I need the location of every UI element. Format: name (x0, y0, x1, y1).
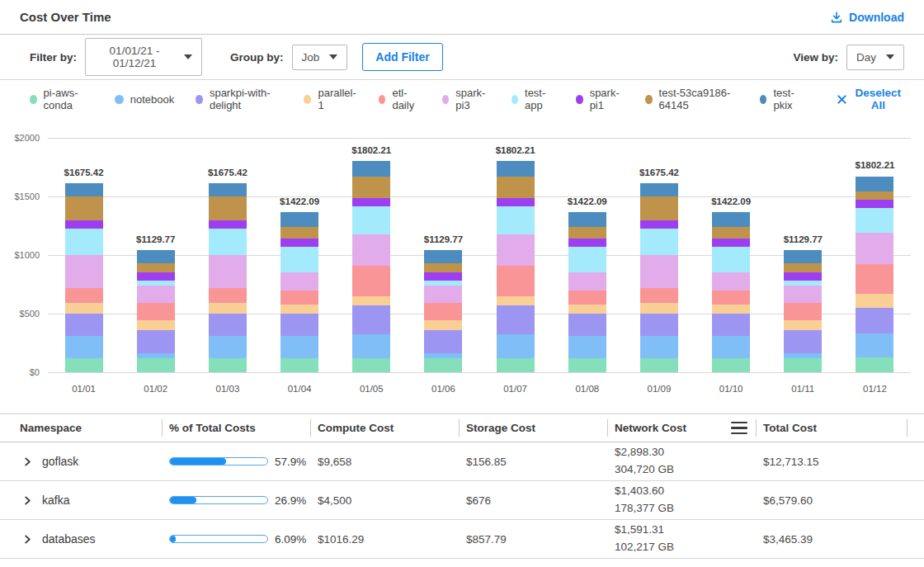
bar-segment-spark-pi3[interactable] (640, 255, 678, 288)
bar-segment-test-app[interactable] (640, 229, 678, 255)
add-filter-button[interactable]: Add Filter (362, 43, 442, 71)
bar-segment-test-53ca9186-64145[interactable] (137, 263, 175, 273)
stacked-bar-01/10[interactable] (712, 212, 750, 372)
bar-segment-parallel-1[interactable] (65, 303, 103, 314)
stacked-bar-01/11[interactable] (784, 250, 822, 372)
bar-segment-test-pkix[interactable] (209, 183, 247, 196)
bar-segment-test-53ca9186-64145[interactable] (497, 177, 535, 199)
bar-segment-pi-aws-conda[interactable] (209, 358, 247, 372)
bar-segment-parallel-1[interactable] (712, 305, 750, 314)
bar-segment-spark-pi1[interactable] (209, 220, 247, 229)
bar-segment-test-pkix[interactable] (712, 212, 750, 227)
bar-segment-test-pkix[interactable] (784, 250, 822, 263)
bar-segment-notebook[interactable] (856, 333, 893, 357)
bar-segment-sparkpi-with-delight[interactable] (568, 314, 606, 336)
bar-segment-pi-aws-conda[interactable] (640, 358, 678, 372)
legend-item-notebook[interactable]: notebook (115, 93, 175, 106)
stacked-bar-01/07[interactable] (497, 161, 535, 372)
bar-segment-sparkpi-with-delight[interactable] (712, 314, 750, 336)
view-by-dropdown[interactable]: Day (846, 45, 904, 70)
bar-segment-sparkpi-with-delight[interactable] (137, 330, 175, 353)
bar-segment-spark-pi1[interactable] (280, 239, 318, 247)
bar-segment-spark-pi3[interactable] (856, 233, 893, 264)
bar-segment-test-53ca9186-64145[interactable] (712, 227, 750, 238)
bar-segment-pi-aws-conda[interactable] (352, 358, 390, 372)
stacked-bar-01/02[interactable] (137, 250, 175, 372)
stacked-bar-01/03[interactable] (209, 183, 247, 372)
legend-item-spark-pi3[interactable]: spark-pi3 (442, 87, 490, 111)
stacked-bar-01/09[interactable] (640, 183, 678, 372)
bar-segment-test-app[interactable] (712, 247, 750, 273)
bar-segment-spark-pi1[interactable] (640, 220, 678, 229)
namespace-expander-databases[interactable]: databases (0, 532, 162, 546)
bar-segment-test-53ca9186-64145[interactable] (280, 227, 318, 238)
bar-segment-etl-daily[interactable] (137, 303, 175, 320)
bar-segment-sparkpi-with-delight[interactable] (497, 305, 535, 334)
stacked-bar-01/05[interactable] (352, 161, 390, 372)
bar-segment-etl-daily[interactable] (856, 264, 893, 294)
bar-segment-notebook[interactable] (568, 336, 606, 358)
bar-segment-pi-aws-conda[interactable] (568, 358, 606, 372)
bar-segment-spark-pi3[interactable] (137, 286, 175, 303)
group-by-dropdown[interactable]: Job (292, 45, 348, 70)
deselect-all-button[interactable]: Deselect All (837, 87, 904, 111)
bar-segment-test-pkix[interactable] (497, 161, 535, 176)
bar-segment-spark-pi3[interactable] (568, 272, 606, 291)
bar-segment-etl-daily[interactable] (497, 266, 535, 296)
bar-segment-spark-pi3[interactable] (784, 286, 822, 303)
bar-segment-pi-aws-conda[interactable] (784, 358, 822, 372)
bar-segment-test-pkix[interactable] (137, 250, 175, 263)
bar-segment-test-53ca9186-64145[interactable] (424, 263, 462, 273)
stacked-bar-01/08[interactable] (568, 212, 606, 372)
bar-segment-spark-pi1[interactable] (497, 198, 535, 206)
bar-segment-test-app[interactable] (280, 247, 318, 273)
bar-segment-parallel-1[interactable] (280, 305, 318, 314)
bar-segment-test-app[interactable] (65, 229, 103, 255)
bar-segment-parallel-1[interactable] (568, 305, 606, 314)
bar-segment-spark-pi1[interactable] (352, 198, 390, 206)
bar-segment-test-53ca9186-64145[interactable] (65, 196, 103, 220)
date-range-dropdown[interactable]: 01/01/21 - 01/12/21 (85, 38, 202, 76)
bar-segment-etl-daily[interactable] (352, 266, 390, 296)
bar-segment-notebook[interactable] (65, 336, 103, 358)
bar-segment-test-53ca9186-64145[interactable] (352, 177, 390, 199)
bar-segment-test-pkix[interactable] (856, 177, 893, 191)
bar-segment-spark-pi3[interactable] (209, 255, 247, 288)
bar-segment-test-app[interactable] (497, 206, 535, 234)
bar-segment-test-app[interactable] (352, 206, 390, 234)
bar-segment-sparkpi-with-delight[interactable] (209, 314, 247, 336)
bar-segment-pi-aws-conda[interactable] (424, 358, 462, 372)
stacked-bar-01/01[interactable] (65, 183, 103, 372)
bar-segment-etl-daily[interactable] (640, 288, 678, 303)
legend-item-test-app[interactable]: test-app (512, 87, 555, 111)
chevron-right-icon[interactable] (23, 457, 32, 466)
bar-segment-test-pkix[interactable] (65, 183, 103, 196)
bar-segment-notebook[interactable] (712, 336, 750, 358)
chevron-right-icon[interactable] (23, 496, 32, 505)
bar-segment-spark-pi3[interactable] (352, 234, 390, 266)
bar-segment-parallel-1[interactable] (209, 303, 247, 314)
bar-segment-spark-pi3[interactable] (497, 234, 535, 266)
bar-segment-test-53ca9186-64145[interactable] (568, 227, 606, 238)
bar-segment-spark-pi3[interactable] (424, 286, 462, 303)
bar-segment-test-app[interactable] (209, 229, 247, 255)
stacked-bar-01/06[interactable] (424, 250, 462, 372)
bar-segment-spark-pi1[interactable] (65, 220, 103, 229)
bar-segment-etl-daily[interactable] (424, 303, 462, 320)
stacked-bar-01/04[interactable] (280, 212, 318, 372)
bar-segment-test-53ca9186-64145[interactable] (640, 196, 678, 220)
bar-segment-test-53ca9186-64145[interactable] (856, 191, 893, 200)
bar-segment-etl-daily[interactable] (65, 288, 103, 303)
bar-segment-etl-daily[interactable] (280, 291, 318, 305)
bar-segment-spark-pi3[interactable] (280, 272, 318, 291)
bar-segment-spark-pi3[interactable] (65, 255, 103, 288)
bar-segment-etl-daily[interactable] (209, 288, 247, 303)
bar-segment-parallel-1[interactable] (784, 320, 822, 330)
bar-segment-sparkpi-with-delight[interactable] (424, 330, 462, 353)
stacked-bar-01/12[interactable] (856, 177, 893, 373)
bar-segment-parallel-1[interactable] (497, 296, 535, 306)
bar-segment-etl-daily[interactable] (568, 291, 606, 305)
bar-segment-sparkpi-with-delight[interactable] (640, 314, 678, 336)
menu-icon[interactable] (731, 422, 747, 435)
bar-segment-spark-pi1[interactable] (424, 272, 462, 281)
